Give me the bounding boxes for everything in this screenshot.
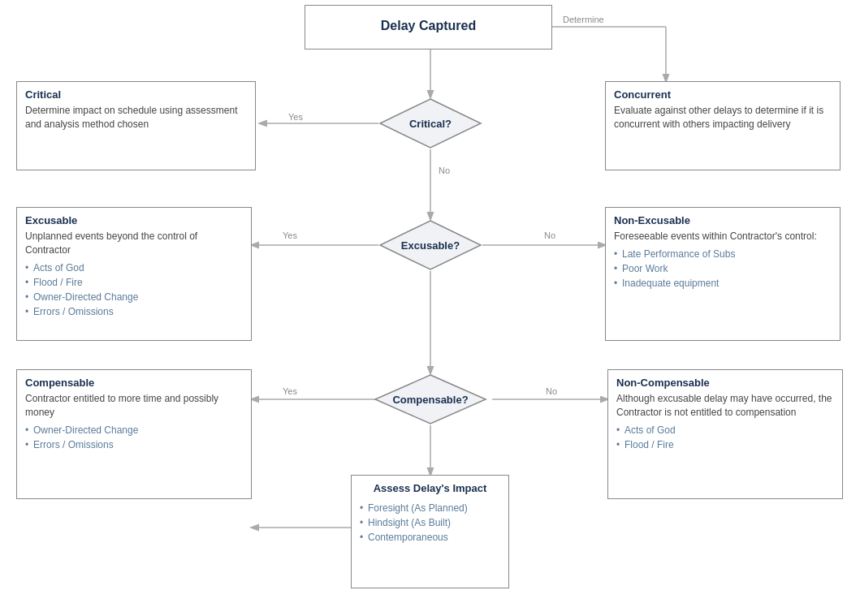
critical-diamond-container: Critical? — [378, 97, 482, 149]
svg-marker-13 — [380, 221, 481, 269]
critical-box: Critical Determine impact on schedule us… — [16, 81, 256, 170]
delay-captured-title: Delay Captured — [381, 19, 476, 33]
non-excusable-item-3: Inadequate equipment — [614, 276, 832, 291]
critical-box-title: Critical — [25, 88, 247, 101]
compensable-item-1: Owner-Directed Change — [25, 423, 243, 437]
non-excusable-item-2: Poor Work — [614, 261, 832, 276]
non-compensable-item-1: Acts of God — [616, 423, 834, 437]
non-compensable-box-title: Non-Compensable — [616, 377, 834, 389]
yes-critical-label: Yes — [288, 112, 303, 122]
concurrent-box-text: Evaluate against other delays to determi… — [614, 104, 832, 131]
excusable-box-title: Excusable — [25, 214, 243, 226]
compensable-box-text: Contractor entitled to more time and pos… — [25, 392, 243, 420]
excusable-list: Acts of God Flood / Fire Owner-Directed … — [25, 261, 243, 319]
assess-item-3: Contemporaneous — [360, 530, 500, 545]
assess-list: Foresight (As Planned) Hindsight (As Bui… — [360, 501, 500, 545]
concurrent-box: Concurrent Evaluate against other delays… — [605, 81, 841, 170]
excusable-item-3: Owner-Directed Change — [25, 290, 243, 304]
non-compensable-box-text: Although excusable delay may have occurr… — [616, 392, 834, 420]
concurrent-box-title: Concurrent — [614, 88, 832, 101]
non-excusable-box: Non-Excusable Foreseeable events within … — [605, 207, 841, 341]
determine-label: Determine — [563, 15, 604, 24]
compensable-item-2: Errors / Omissions — [25, 437, 243, 452]
non-excusable-box-title: Non-Excusable — [614, 214, 832, 226]
compensable-diamond-shape — [374, 373, 487, 425]
excusable-box: Excusable Unplanned events beyond the co… — [16, 207, 252, 341]
excusable-diamond-shape — [378, 219, 482, 271]
non-compensable-box: Non-Compensable Although excusable delay… — [607, 369, 843, 499]
yes-excusable-label: Yes — [283, 230, 297, 240]
critical-box-text: Determine impact on schedule using asses… — [25, 104, 247, 131]
excusable-item-2: Flood / Fire — [25, 275, 243, 290]
svg-marker-14 — [375, 375, 486, 424]
excusable-box-text: Unplanned events beyond the control of C… — [25, 230, 243, 257]
svg-marker-12 — [380, 99, 481, 148]
non-excusable-item-1: Late Performance of Subs — [614, 247, 832, 261]
non-compensable-item-2: Flood / Fire — [616, 437, 834, 452]
non-excusable-box-text: Foreseeable events within Contractor's c… — [614, 230, 832, 243]
excusable-item-4: Errors / Omissions — [25, 304, 243, 319]
assess-item-2: Hindsight (As Built) — [360, 515, 500, 530]
excusable-diamond-container: Excusable? — [378, 219, 482, 271]
non-compensable-list: Acts of God Flood / Fire — [616, 423, 834, 452]
yes-compensable-label: Yes — [283, 386, 297, 396]
assess-box: Assess Delay's Impact Foresight (As Plan… — [351, 475, 509, 588]
no-critical-label: No — [439, 166, 450, 175]
delay-captured-box: Delay Captured — [305, 5, 552, 50]
critical-diamond-shape — [378, 97, 482, 149]
compensable-box-title: Compensable — [25, 377, 243, 389]
excusable-item-1: Acts of God — [25, 261, 243, 275]
non-excusable-list: Late Performance of Subs Poor Work Inade… — [614, 247, 832, 291]
assess-box-title: Assess Delay's Impact — [360, 482, 500, 494]
compensable-box: Compensable Contractor entitled to more … — [16, 369, 252, 499]
assess-item-1: Foresight (As Planned) — [360, 501, 500, 515]
no-excusable-label: No — [544, 230, 555, 240]
no-compensable-label: No — [546, 386, 557, 396]
compensable-diamond-container: Compensable? — [374, 373, 487, 425]
compensable-list: Owner-Directed Change Errors / Omissions — [25, 423, 243, 452]
diagram: Determine Yes No Yes No Yes No Delay Cap… — [0, 0, 860, 616]
